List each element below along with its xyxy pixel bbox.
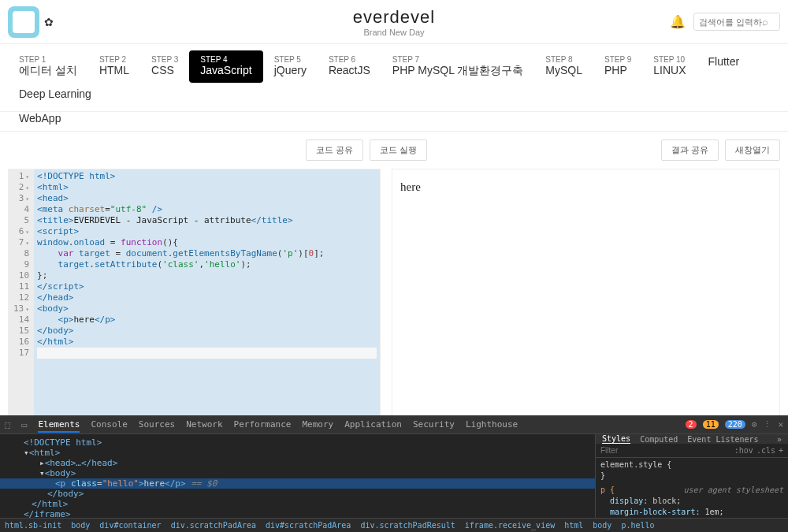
step-10[interactable]: STEP 10LINUX <box>642 50 697 83</box>
step-8[interactable]: STEP 8MySQL <box>534 50 593 83</box>
step-1[interactable]: STEP 1에디터 설치 <box>8 50 88 83</box>
hov-toggle[interactable]: :hov <box>734 446 753 455</box>
styles-more-icon[interactable]: » <box>777 435 782 444</box>
devtools-close-icon[interactable]: ✕ <box>778 419 783 430</box>
run-code-button[interactable]: 코드 실행 <box>370 140 427 161</box>
step-11[interactable]: Flutter <box>697 50 750 83</box>
search-icon: ⌕ <box>762 16 768 28</box>
step-2[interactable]: STEP 2HTML <box>88 50 140 83</box>
brand-subtitle: Brand New Day <box>353 28 435 37</box>
step-6[interactable]: STEP 6ReactJS <box>318 50 381 83</box>
devtools-tab-performance[interactable]: Performance <box>234 419 292 430</box>
info-badge[interactable]: 220 <box>725 420 745 429</box>
warn-badge[interactable]: 11 <box>703 420 719 429</box>
substep-webapp[interactable]: WebApp <box>8 106 72 131</box>
devtools-tab-console[interactable]: Console <box>91 419 127 430</box>
error-badge[interactable]: 2 <box>686 420 697 429</box>
step-12[interactable]: Deep Learning <box>8 83 102 105</box>
devtools-tab-memory[interactable]: Memory <box>302 419 333 430</box>
devtools-panel: ⬚ ▭ ElementsConsoleSourcesNetworkPerform… <box>0 415 788 532</box>
device-icon[interactable]: ▭ <box>21 419 27 430</box>
result-text: here <box>400 180 421 193</box>
brand-title: everdevel <box>353 7 435 28</box>
inspect-icon[interactable]: ⬚ <box>5 419 10 430</box>
breadcrumb[interactable]: html.sb-initbodydiv#containerdiv.scratch… <box>0 518 788 532</box>
devtools-tab-lighthouse[interactable]: Lighthouse <box>466 419 518 430</box>
logo[interactable] <box>8 6 39 38</box>
search-box[interactable]: ⌕ <box>693 13 780 31</box>
search-input[interactable] <box>699 17 762 27</box>
step-5[interactable]: STEP 5jQuery <box>263 50 318 83</box>
add-rule-icon[interactable]: + <box>779 446 783 455</box>
code-editor[interactable]: 1234567891011121314151617 <!DOCTYPE html… <box>8 169 381 437</box>
devtools-tab-network[interactable]: Network <box>186 419 222 430</box>
devtools-tab-sources[interactable]: Sources <box>139 419 175 430</box>
step-4[interactable]: STEP 4JavaScript <box>189 50 262 83</box>
styles-tab-computed[interactable]: Computed <box>640 435 678 444</box>
devtools-tab-application[interactable]: Application <box>344 419 402 430</box>
cls-toggle[interactable]: .cls <box>756 446 775 455</box>
devtools-tab-security[interactable]: Security <box>413 419 455 430</box>
steps-nav: STEP 1에디터 설치STEP 2HTMLSTEP 3CSSSTEP 4Jav… <box>0 44 788 112</box>
dom-tree[interactable]: <!DOCTYPE html> ▾<html> ▸<head>…</head> … <box>0 434 595 518</box>
open-window-button[interactable]: 새창열기 <box>725 140 780 161</box>
share-code-button[interactable]: 코드 공유 <box>306 140 363 161</box>
gear-icon[interactable]: ✿ <box>44 16 54 28</box>
step-3[interactable]: STEP 3CSS <box>140 50 189 83</box>
styles-filter-input[interactable] <box>600 446 731 455</box>
devtools-tab-elements[interactable]: Elements <box>38 419 80 433</box>
bell-icon[interactable]: 🔔 <box>670 14 686 29</box>
share-result-button[interactable]: 결과 공유 <box>661 140 719 161</box>
result-panel: here <box>392 169 780 437</box>
devtools-gear-icon[interactable]: ⚙ <box>752 419 757 430</box>
step-7[interactable]: STEP 7PHP MySQL 개발환경구축 <box>381 50 534 83</box>
styles-panel: StylesComputedEvent Listeners» :hov .cls… <box>595 434 788 518</box>
styles-tab-styles[interactable]: Styles <box>602 434 630 444</box>
step-9[interactable]: STEP 9PHP <box>593 50 642 83</box>
styles-tab-event-listeners[interactable]: Event Listeners <box>687 435 758 444</box>
devtools-more-icon[interactable]: ⋮ <box>763 419 771 430</box>
